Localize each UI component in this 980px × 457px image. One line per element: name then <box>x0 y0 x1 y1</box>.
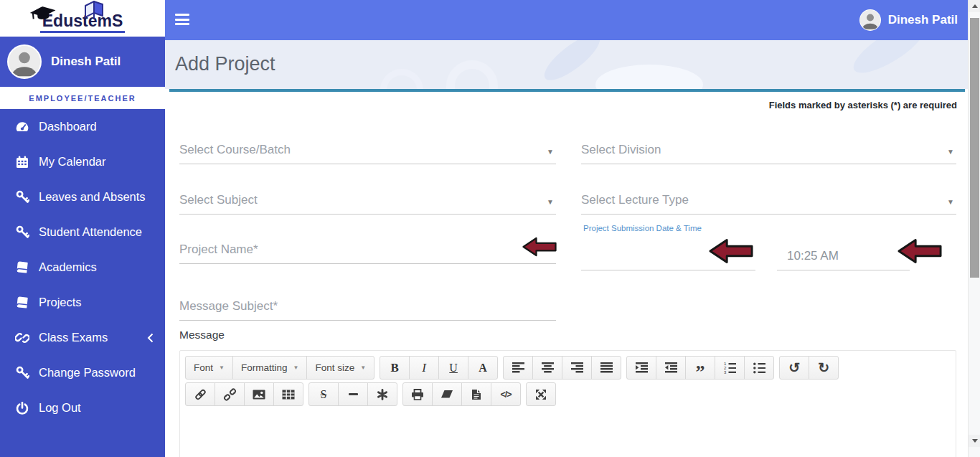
remove-format-button[interactable] <box>432 382 462 406</box>
course-batch-select[interactable]: ▼ <box>179 135 556 164</box>
editor-content-area[interactable] <box>185 409 951 457</box>
align-center-button[interactable] <box>532 356 562 380</box>
vertical-scrollbar <box>968 0 980 457</box>
table-button[interactable] <box>273 382 303 406</box>
italic-button[interactable]: I <box>409 356 439 380</box>
course-batch-input[interactable] <box>179 143 547 157</box>
source-code-button[interactable]: </> <box>491 382 521 406</box>
chevron-down-icon: ▼ <box>219 364 225 371</box>
indent-button[interactable] <box>626 356 656 380</box>
align-right-button[interactable] <box>562 356 592 380</box>
ordered-list-button[interactable]: 123 <box>715 356 745 380</box>
open-book-icon <box>83 1 105 21</box>
sidebar-item-label: Change Password <box>39 366 136 380</box>
sidebar-item-academics[interactable]: Academics <box>0 250 165 285</box>
sidebar-item-projects[interactable]: Projects <box>0 285 165 320</box>
document-icon <box>471 389 481 400</box>
outdent-icon <box>665 362 677 373</box>
submission-date-field[interactable] <box>581 241 755 270</box>
print-button[interactable] <box>402 382 433 406</box>
bold-button[interactable]: B <box>380 356 410 380</box>
sidebar-item-label: Academics <box>39 260 97 274</box>
calendar-icon <box>14 156 30 169</box>
chevron-down-icon: ▼ <box>360 364 366 371</box>
sidebar-item-leaves-and-absents[interactable]: Leaves and Absents <box>0 179 165 215</box>
sidebar-item-label: Student Attendence <box>39 225 142 239</box>
sidebar: EdustemS Dinesh Patil EMPLOYEE/TEACHER D… <box>0 0 165 457</box>
maximize-icon <box>535 389 547 400</box>
triangle-down-icon <box>972 439 978 443</box>
unordered-list-button[interactable] <box>744 356 774 380</box>
horizontal-rule-button[interactable] <box>338 382 368 406</box>
decorative-circle <box>380 69 423 89</box>
topbar-user-name: Dinesh Patil <box>888 13 958 27</box>
strikethrough-button[interactable]: S <box>308 382 339 406</box>
division-input[interactable] <box>581 143 947 157</box>
submission-date-input[interactable] <box>581 249 755 263</box>
scroll-up-button[interactable] <box>969 0 980 12</box>
unlink-button[interactable] <box>215 382 245 406</box>
align-left-icon <box>512 362 524 373</box>
sidebar-item-change-password[interactable]: Change Password <box>0 355 165 390</box>
sidebar-item-log-out[interactable]: Log Out <box>0 390 165 425</box>
topbar: Dinesh Patil <box>165 0 968 40</box>
outdent-button[interactable] <box>656 356 686 380</box>
image-button[interactable] <box>244 382 274 406</box>
lecture-type-select[interactable]: ▼ <box>581 185 956 215</box>
triangle-up-icon <box>972 4 978 8</box>
sidebar-item-label: Dashboard <box>39 120 97 133</box>
submission-time-field[interactable] <box>777 241 910 270</box>
undo-button[interactable]: ↺ <box>779 356 809 380</box>
maximize-button[interactable] <box>526 382 556 406</box>
lecture-type-input[interactable] <box>581 193 947 207</box>
editor-toolbar-row-1: Font▼ Formatting▼ Font size▼ B I U A <box>185 356 951 380</box>
chevron-left-icon <box>147 333 154 343</box>
division-select[interactable]: ▼ <box>581 135 956 164</box>
required-fields-note: Fields marked by asterisks (*) are requi… <box>769 100 957 110</box>
submission-time-input[interactable] <box>777 249 910 263</box>
app-window: EdustemS Dinesh Patil EMPLOYEE/TEACHER D… <box>0 0 980 457</box>
link-button[interactable] <box>185 382 215 406</box>
decorative-circle <box>446 60 498 89</box>
sidebar-item-label: Class Exams <box>39 331 108 344</box>
message-subject-input[interactable] <box>179 299 556 314</box>
ordered-list-icon: 123 <box>724 362 736 374</box>
sidebar-item-label: My Calendar <box>39 155 106 169</box>
sidebar-item-student-attendence[interactable]: Student Attendence <box>0 215 165 250</box>
sidebar-item-my-calendar[interactable]: My Calendar <box>0 144 165 179</box>
text-color-button[interactable]: A <box>468 356 498 380</box>
underline-button[interactable]: U <box>438 356 468 380</box>
power-icon <box>14 402 30 415</box>
edustems-logo[interactable]: EdustemS <box>0 0 165 37</box>
sidebar-item-dashboard[interactable]: Dashboard <box>0 109 165 144</box>
message-label: Message <box>179 329 225 341</box>
chevron-down-icon: ▼ <box>947 147 956 157</box>
align-left-button[interactable] <box>503 356 533 380</box>
sidebar-item-class-exams[interactable]: Class Exams <box>0 320 165 355</box>
project-name-field[interactable] <box>179 235 556 264</box>
blockquote-button[interactable]: ” <box>685 356 715 380</box>
message-subject-field[interactable] <box>179 291 556 321</box>
rich-text-editor: Font▼ Formatting▼ Font size▼ B I U A <box>179 350 956 457</box>
project-name-input[interactable] <box>179 242 556 257</box>
font-dropdown[interactable]: Font▼ <box>185 356 233 380</box>
chevron-down-icon: ▼ <box>547 147 556 157</box>
dashboard-icon <box>14 121 30 133</box>
scroll-down-button[interactable] <box>969 435 980 447</box>
asterisk-icon <box>377 389 388 400</box>
redo-button[interactable]: ↻ <box>809 356 839 380</box>
align-justify-button[interactable] <box>591 356 621 380</box>
special-character-button[interactable] <box>367 382 397 406</box>
formatting-dropdown[interactable]: Formatting▼ <box>232 356 307 380</box>
hamburger-menu-icon[interactable] <box>175 14 189 28</box>
unordered-list-icon <box>753 362 765 374</box>
book-icon <box>14 296 30 309</box>
subject-input[interactable] <box>179 193 547 207</box>
document-button[interactable] <box>461 382 491 406</box>
font-size-dropdown[interactable]: Font size▼ <box>306 356 374 380</box>
key-icon <box>14 366 30 380</box>
link-icon <box>194 388 207 401</box>
subject-select[interactable]: ▼ <box>179 185 556 215</box>
topbar-user[interactable]: Dinesh Patil <box>859 9 958 31</box>
scrollbar-thumb[interactable] <box>970 18 979 278</box>
